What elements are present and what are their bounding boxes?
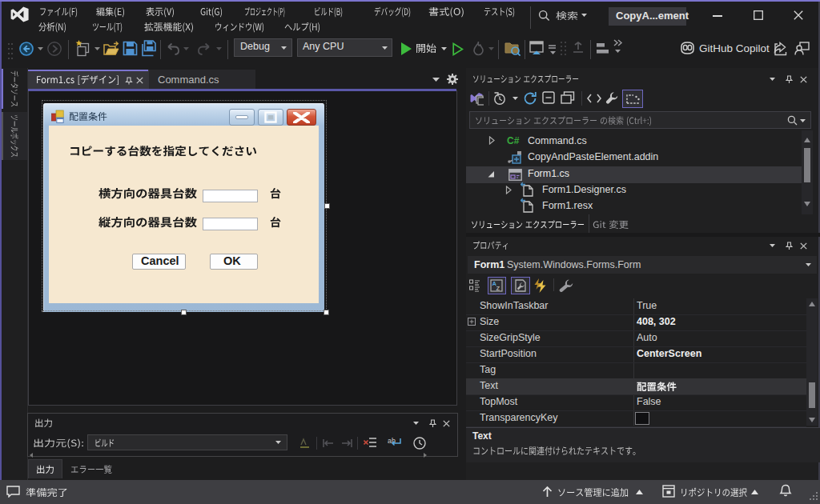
svg-text:Z: Z bbox=[496, 285, 500, 292]
